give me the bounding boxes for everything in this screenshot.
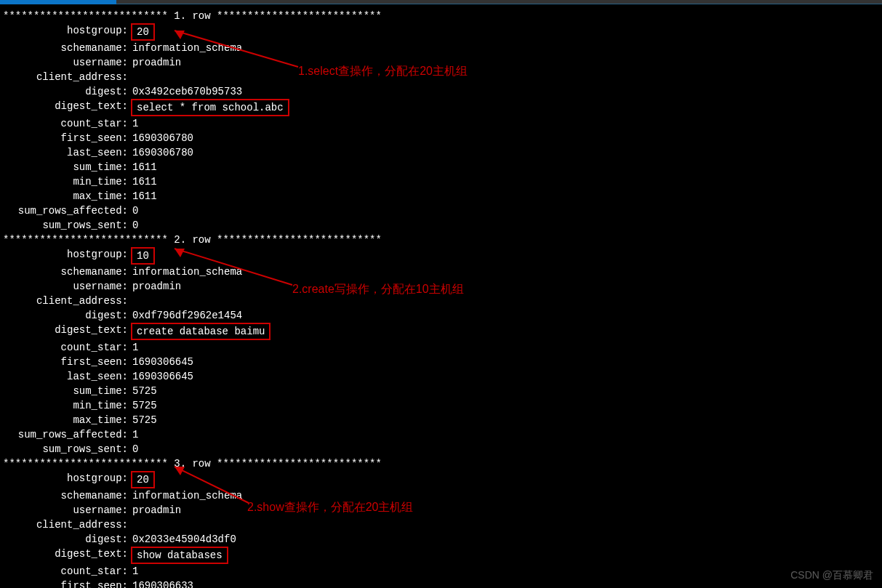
value-username-1: proadmin bbox=[132, 55, 181, 70]
label-username: username: bbox=[0, 503, 132, 517]
value-max-time-2: 5725 bbox=[132, 413, 157, 427]
value-sum-rows-affected-1: 0 bbox=[132, 204, 138, 218]
label-digest: digest: bbox=[0, 84, 132, 99]
table-row: min_time: 5725 bbox=[0, 398, 882, 413]
value-digest-2: 0xdf796df2962e1454 bbox=[132, 308, 242, 323]
annotation-1: 1.select查操作，分配在20主机组 bbox=[298, 64, 468, 79]
value-min-time-1: 1611 bbox=[132, 174, 157, 189]
value-min-time-2: 5725 bbox=[132, 398, 157, 413]
label-schemaname: schemaname: bbox=[0, 265, 132, 279]
table-row: digest: 0x3492ceb670b95733 bbox=[0, 84, 882, 99]
value-digest-text-2: create database baimu bbox=[131, 323, 270, 340]
label-digest: digest: bbox=[0, 308, 132, 323]
value-username-3: proadmin bbox=[132, 503, 181, 517]
value-first-seen-1: 1690306780 bbox=[132, 131, 193, 145]
label-max-time: max_time: bbox=[0, 189, 132, 204]
label-sum-time: sum_time: bbox=[0, 384, 132, 398]
label-username: username: bbox=[0, 279, 132, 294]
table-row: schemaname: information_schema bbox=[0, 41, 882, 55]
table-row: first_seen: 1690306645 bbox=[0, 355, 882, 369]
value-digest-text-1: select * from school.abc bbox=[131, 99, 289, 116]
value-max-time-1: 1611 bbox=[132, 189, 157, 204]
value-hostgroup-3: 20 bbox=[131, 471, 155, 488]
value-first-seen-2: 1690306645 bbox=[132, 355, 193, 369]
label-username: username: bbox=[0, 55, 132, 70]
label-min-time: min_time: bbox=[0, 398, 132, 413]
table-row: sum_time: 1611 bbox=[0, 160, 882, 174]
label-first-seen: first_seen: bbox=[0, 355, 132, 369]
label-last-seen: last_seen: bbox=[0, 145, 132, 160]
table-row: client_address: bbox=[0, 517, 882, 532]
label-hostgroup: hostgroup: bbox=[0, 247, 132, 265]
value-sum-rows-affected-2: 1 bbox=[132, 427, 138, 442]
table-row: digest_text: select * from school.abc bbox=[0, 99, 882, 116]
label-max-time: max_time: bbox=[0, 413, 132, 427]
label-digest-text: digest_text: bbox=[0, 99, 132, 116]
table-row: schemaname: information_schema bbox=[0, 488, 882, 503]
label-count-star: count_star: bbox=[0, 116, 132, 131]
value-schemaname-2: information_schema bbox=[132, 265, 242, 279]
table-row: digest: 0x2033e45904d3df0 bbox=[0, 532, 882, 547]
value-first-seen-3: 1690306633 bbox=[132, 579, 193, 588]
value-username-2: proadmin bbox=[132, 279, 181, 294]
label-schemaname: schemaname: bbox=[0, 41, 132, 55]
row-separator-3: *************************** 3. row *****… bbox=[0, 456, 882, 471]
row-separator-1: *************************** 1. row *****… bbox=[0, 9, 882, 23]
value-sum-rows-sent-2: 0 bbox=[132, 442, 138, 456]
label-schemaname: schemaname: bbox=[0, 488, 132, 503]
value-count-star-3: 1 bbox=[132, 564, 138, 579]
label-hostgroup: hostgroup: bbox=[0, 471, 132, 488]
table-row: hostgroup: 20 bbox=[0, 471, 882, 488]
table-row: max_time: 1611 bbox=[0, 189, 882, 204]
table-row: digest_text: show databases bbox=[0, 547, 882, 564]
table-row: digest_text: create database baimu bbox=[0, 323, 882, 340]
label-count-star: count_star: bbox=[0, 564, 132, 579]
value-hostgroup-1: 20 bbox=[131, 23, 155, 41]
table-row: min_time: 1611 bbox=[0, 174, 882, 189]
label-sum-rows-sent: sum_rows_sent: bbox=[0, 218, 132, 233]
table-row: sum_time: 5725 bbox=[0, 384, 882, 398]
label-client-address: client_address: bbox=[0, 517, 132, 532]
row-separator-2: *************************** 2. row *****… bbox=[0, 233, 882, 247]
label-digest: digest: bbox=[0, 532, 132, 547]
label-last-seen: last_seen: bbox=[0, 369, 132, 384]
table-row: max_time: 5725 bbox=[0, 413, 882, 427]
annotation-3: 2.show查操作，分配在20主机组 bbox=[247, 500, 414, 515]
label-hostgroup: hostgroup: bbox=[0, 23, 132, 41]
watermark: CSDN @百慕卿君 bbox=[790, 569, 873, 582]
table-row: count_star: 1 bbox=[0, 564, 882, 579]
value-schemaname-3: information_schema bbox=[132, 488, 242, 503]
table-row: digest: 0xdf796df2962e1454 bbox=[0, 308, 882, 323]
table-row: last_seen: 1690306645 bbox=[0, 369, 882, 384]
label-client-address: client_address: bbox=[0, 70, 132, 84]
value-hostgroup-2: 10 bbox=[131, 247, 155, 265]
table-row: hostgroup: 10 bbox=[0, 247, 882, 265]
value-count-star-1: 1 bbox=[132, 116, 138, 131]
table-row: sum_rows_sent: 0 bbox=[0, 442, 882, 456]
label-digest-text: digest_text: bbox=[0, 547, 132, 564]
value-last-seen-1: 1690306780 bbox=[132, 145, 193, 160]
table-row: count_star: 1 bbox=[0, 116, 882, 131]
table-row: first_seen: 1690306780 bbox=[0, 131, 882, 145]
table-row: hostgroup: 20 bbox=[0, 23, 882, 41]
label-digest-text: digest_text: bbox=[0, 323, 132, 340]
value-digest-1: 0x3492ceb670b95733 bbox=[132, 84, 242, 99]
label-sum-time: sum_time: bbox=[0, 160, 132, 174]
table-row: schemaname: information_schema bbox=[0, 265, 882, 279]
table-row: sum_rows_affected: 0 bbox=[0, 204, 882, 218]
value-sum-time-2: 5725 bbox=[132, 384, 157, 398]
value-digest-3: 0x2033e45904d3df0 bbox=[132, 532, 236, 547]
label-sum-rows-affected: sum_rows_affected: bbox=[0, 427, 132, 442]
value-count-star-2: 1 bbox=[132, 340, 138, 355]
label-count-star: count_star: bbox=[0, 340, 132, 355]
label-client-address: client_address: bbox=[0, 294, 132, 308]
value-sum-time-1: 1611 bbox=[132, 160, 157, 174]
value-last-seen-2: 1690306645 bbox=[132, 369, 193, 384]
value-digest-text-3: show databases bbox=[131, 547, 228, 564]
value-schemaname-1: information_schema bbox=[132, 41, 242, 55]
table-row: sum_rows_affected: 1 bbox=[0, 427, 882, 442]
label-sum-rows-affected: sum_rows_affected: bbox=[0, 204, 132, 218]
label-first-seen: first_seen: bbox=[0, 579, 132, 588]
annotation-2: 2.create写操作，分配在10主机组 bbox=[292, 282, 464, 297]
table-row: count_star: 1 bbox=[0, 340, 882, 355]
